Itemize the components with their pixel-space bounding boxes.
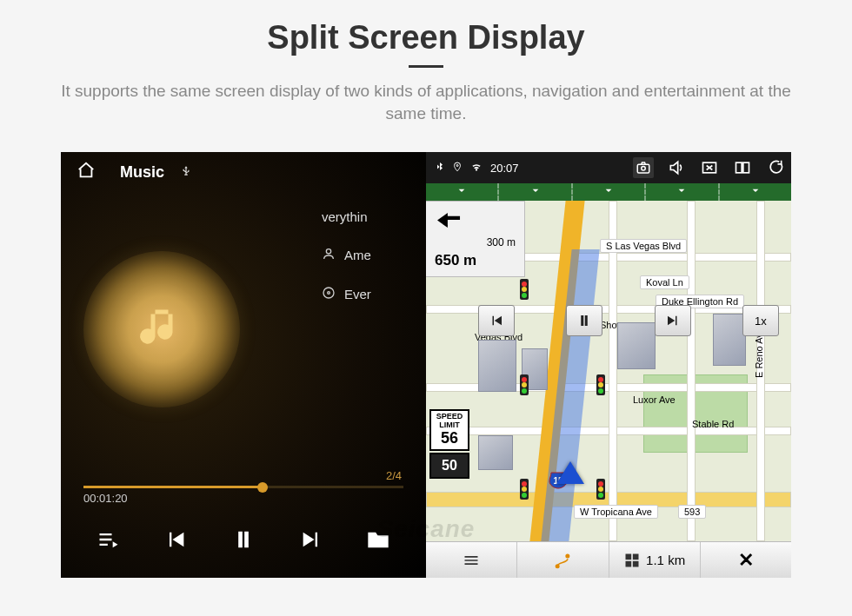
nav-bottom-bar: 1.1 km ✕: [426, 541, 791, 578]
svg-point-2: [328, 292, 330, 295]
sim-prev-button[interactable]: [478, 305, 515, 336]
following-turn-distance: 650 m: [435, 252, 516, 269]
road-label: 593: [678, 505, 706, 519]
volume-icon[interactable]: [666, 157, 687, 178]
svg-rect-8: [743, 162, 749, 173]
turn-guidance: 300 m 650 m: [426, 201, 525, 277]
nav-route-button[interactable]: [517, 542, 609, 578]
progress-knob[interactable]: [257, 482, 268, 493]
track-title-row: verythin: [322, 209, 426, 224]
turn-left-icon: [435, 207, 464, 240]
lane-guidance: [426, 183, 791, 201]
elapsed-time: 00:01:20: [83, 492, 403, 505]
lane-arrow-icon: [749, 183, 762, 201]
nav-close-button[interactable]: ✕: [701, 542, 791, 578]
album-row: Ever: [322, 286, 426, 302]
road-label: S Las Vegas Blvd: [600, 239, 687, 253]
lane-arrow-icon: [529, 183, 542, 201]
device-screen: Music verythin Ame: [61, 152, 791, 578]
person-icon: [322, 247, 336, 263]
status-bar: 20:07: [426, 152, 791, 183]
svg-point-11: [567, 554, 569, 557]
usb-icon[interactable]: [180, 163, 192, 182]
svg-rect-7: [736, 162, 742, 173]
lane-arrow-icon: [602, 183, 616, 201]
svg-rect-4: [637, 165, 649, 174]
page-title: Split Screen Display: [43, 19, 809, 56]
sim-next-button[interactable]: [655, 305, 691, 336]
wifi-icon: [469, 161, 483, 176]
next-track-button[interactable]: [294, 522, 329, 557]
nav-menu-button[interactable]: [426, 542, 517, 578]
screenshot-icon[interactable]: [633, 157, 654, 178]
page-subtitle: It supports the same screen display of t…: [52, 80, 800, 124]
split-screen-icon[interactable]: [732, 157, 753, 178]
disc-icon: [322, 286, 336, 302]
music-panel: Music verythin Ame: [61, 152, 426, 578]
music-app-label: Music: [120, 163, 164, 182]
folder-button[interactable]: [361, 522, 396, 557]
bluetooth-icon: [435, 160, 445, 176]
album-art: [83, 251, 240, 407]
location-icon: [452, 160, 463, 176]
music-topbar: Music: [61, 152, 426, 192]
svg-point-0: [326, 249, 330, 254]
road-label: W Tropicana Ave: [574, 505, 658, 519]
svg-rect-12: [626, 553, 632, 560]
speed-limit-sign: SPEED LIMIT 56: [429, 409, 469, 451]
track-counter: 2/4: [83, 469, 403, 482]
svg-rect-14: [626, 561, 632, 567]
svg-rect-13: [633, 553, 639, 560]
svg-point-1: [323, 288, 334, 298]
road-label: Stable Rd: [687, 418, 739, 430]
pause-button[interactable]: [226, 522, 261, 557]
prev-track-button[interactable]: [158, 522, 193, 557]
road-label: Koval Ln: [640, 275, 689, 289]
svg-point-5: [642, 167, 646, 171]
playlist-button[interactable]: [91, 522, 126, 557]
vehicle-cursor-icon: [556, 461, 584, 484]
lane-arrow-icon: [675, 183, 689, 201]
album-name: Ever: [344, 287, 371, 301]
sim-pause-button[interactable]: [566, 305, 602, 336]
artist-row: Ame: [322, 247, 426, 263]
home-icon[interactable]: [77, 161, 96, 183]
progress-bar[interactable]: [83, 486, 403, 488]
close-icon: ✕: [738, 549, 754, 572]
music-note-icon: [136, 303, 188, 355]
road-label: Luxor Ave: [628, 394, 681, 406]
nav-distance: 1.1 km: [609, 542, 701, 578]
lane-arrow-icon: [455, 183, 469, 201]
track-title: verythin: [322, 209, 368, 224]
svg-rect-15: [633, 561, 639, 567]
status-time: 20:07: [490, 162, 519, 175]
svg-point-3: [456, 164, 458, 166]
title-underline: [409, 65, 443, 68]
artist-name: Ame: [344, 248, 371, 262]
navigation-panel: 20:07 300 m 650 m: [426, 152, 791, 578]
sim-speed-button[interactable]: 1x: [742, 305, 779, 336]
svg-point-10: [556, 565, 559, 567]
back-icon[interactable]: [765, 157, 786, 178]
close-app-icon[interactable]: [699, 157, 720, 178]
current-speed: 50: [429, 453, 469, 479]
